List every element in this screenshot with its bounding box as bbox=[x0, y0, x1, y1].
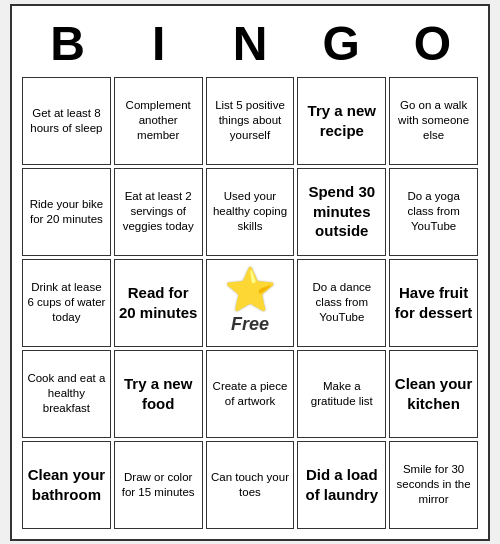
bingo-cell-r3-c1: Try a new food bbox=[114, 350, 203, 438]
bingo-cell-r4-c2: Can touch your toes bbox=[206, 441, 295, 529]
bingo-cell-r1-c4: Do a yoga class from YouTube bbox=[389, 168, 478, 256]
bingo-cell-r1-c2: Used your healthy coping skills bbox=[206, 168, 295, 256]
bingo-letter-n: N bbox=[206, 16, 294, 71]
bingo-cell-r3-c3: Make a gratitude list bbox=[297, 350, 386, 438]
bingo-cell-r2-c2: ⭐Free bbox=[206, 259, 295, 347]
free-label: Free bbox=[231, 313, 269, 336]
bingo-cell-r2-c3: Do a dance class from YouTube bbox=[297, 259, 386, 347]
bingo-header: BINGO bbox=[22, 16, 478, 71]
bingo-cell-r4-c1: Draw or color for 15 minutes bbox=[114, 441, 203, 529]
bingo-cell-r1-c1: Eat at least 2 servings of veggies today bbox=[114, 168, 203, 256]
bingo-cell-r0-c1: Complement another member bbox=[114, 77, 203, 165]
bingo-cell-r3-c0: Cook and eat a healthy breakfast bbox=[22, 350, 111, 438]
bingo-cell-r1-c3: Spend 30 minutes outside bbox=[297, 168, 386, 256]
bingo-cell-r4-c4: Smile for 30 seconds in the mirror bbox=[389, 441, 478, 529]
bingo-cell-r2-c4: Have fruit for dessert bbox=[389, 259, 478, 347]
bingo-cell-r3-c2: Create a piece of artwork bbox=[206, 350, 295, 438]
bingo-letter-g: G bbox=[297, 16, 385, 71]
bingo-cell-r2-c0: Drink at lease 6 cups of water today bbox=[22, 259, 111, 347]
bingo-cell-r0-c3: Try a new recipe bbox=[297, 77, 386, 165]
bingo-cell-r4-c3: Did a load of laundry bbox=[297, 441, 386, 529]
bingo-cell-r0-c2: List 5 positive things about yourself bbox=[206, 77, 295, 165]
bingo-cell-r4-c0: Clean your bathroom bbox=[22, 441, 111, 529]
bingo-cell-r0-c0: Get at least 8 hours of sleep bbox=[22, 77, 111, 165]
bingo-grid: Get at least 8 hours of sleepComplement … bbox=[22, 77, 478, 529]
bingo-letter-o: O bbox=[388, 16, 476, 71]
free-star-icon: ⭐ bbox=[224, 269, 276, 311]
bingo-cell-r1-c0: Ride your bike for 20 minutes bbox=[22, 168, 111, 256]
bingo-cell-r2-c1: Read for 20 minutes bbox=[114, 259, 203, 347]
bingo-letter-b: B bbox=[24, 16, 112, 71]
bingo-cell-r3-c4: Clean your kitchen bbox=[389, 350, 478, 438]
bingo-cell-r0-c4: Go on a walk with someone else bbox=[389, 77, 478, 165]
bingo-letter-i: I bbox=[115, 16, 203, 71]
bingo-card: BINGO Get at least 8 hours of sleepCompl… bbox=[10, 4, 490, 541]
